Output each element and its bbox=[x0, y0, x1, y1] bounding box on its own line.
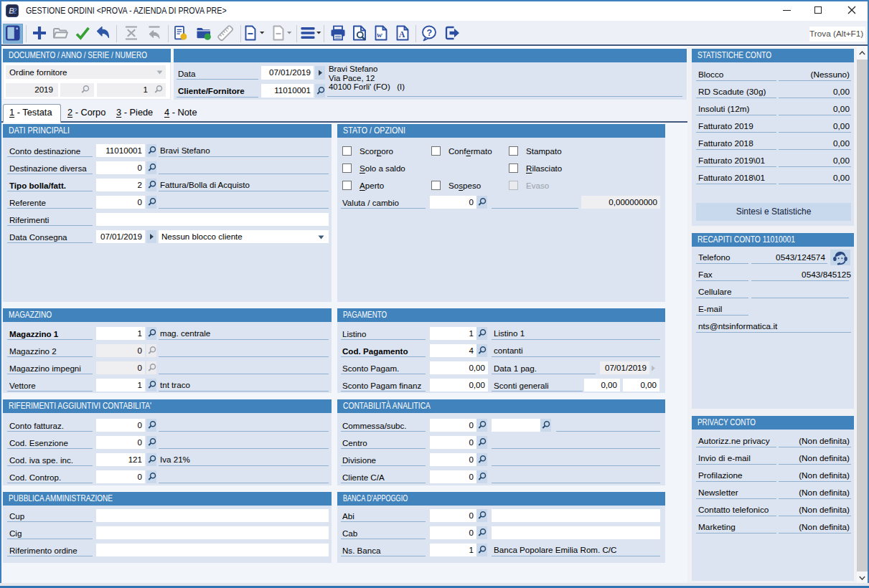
svg-text:2: 2 bbox=[12, 6, 17, 15]
svg-text:w: w bbox=[377, 30, 382, 39]
svg-text:?: ? bbox=[427, 28, 433, 38]
svg-text:A: A bbox=[399, 29, 405, 39]
